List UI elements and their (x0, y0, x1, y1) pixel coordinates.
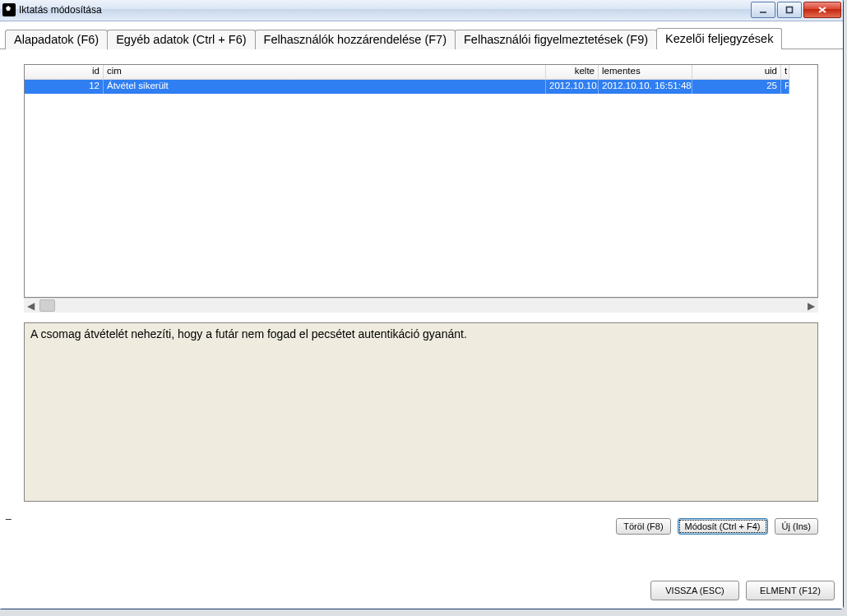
cell-t: F (781, 80, 789, 94)
tab-alapadatok[interactable]: Alapadatok (F6) (5, 30, 108, 49)
note-detail[interactable]: A csomag átvételét nehezíti, hogy a futá… (24, 322, 818, 502)
client-area: Alapadatok (F6) Egyéb adatok (Ctrl + F6)… (0, 21, 843, 609)
minimize-button[interactable] (751, 2, 775, 18)
modify-button[interactable]: Módosít (Ctrl + F4) (678, 518, 768, 535)
grid-body: 12 Átvétel sikerült 2012.10.10. 2012.10.… (25, 80, 817, 297)
cell-lementes: 2012.10.10. 16:51:48 (599, 80, 692, 94)
dash-mark: _ (6, 508, 12, 520)
maximize-icon (785, 6, 794, 14)
app-icon (2, 3, 16, 16)
col-cim[interactable]: cim (104, 65, 546, 80)
row-buttons: Töröl (F8) Módosít (Ctrl + F4) Új (Ins) (24, 518, 818, 535)
tabstrip: Alapadatok (F6) Egyéb adatok (Ctrl + F6)… (0, 21, 843, 49)
notes-grid: id cim kelte lementes uid t 12 Átvétel s… (24, 64, 818, 298)
window-buttons (749, 2, 841, 18)
tab-felhasznaloi-figyelmeztetesek[interactable]: Felhasználói figyelmeztetések (F9) (455, 30, 657, 49)
svg-rect-1 (787, 7, 793, 13)
scroll-left-icon[interactable]: ◀ (24, 299, 38, 313)
col-id[interactable]: id (25, 65, 104, 80)
tab-panel: id cim kelte lementes uid t 12 Átvétel s… (0, 49, 843, 609)
grid-hscrollbar[interactable]: ◀ ▶ (24, 298, 818, 313)
col-kelte[interactable]: kelte (546, 65, 599, 80)
scroll-thumb[interactable] (39, 299, 55, 312)
titlebar: Iktatás módosítása (0, 0, 843, 21)
save-button[interactable]: ELMENT (F12) (746, 581, 835, 600)
dialog-buttons: VISSZA (ESC) ELMENT (F12) (650, 581, 835, 600)
table-row[interactable]: 12 Átvétel sikerült 2012.10.10. 2012.10.… (25, 80, 817, 94)
delete-button[interactable]: Töröl (F8) (616, 518, 670, 535)
col-t[interactable]: t (781, 65, 789, 80)
cell-cim: Átvétel sikerült (104, 80, 546, 94)
tab-felhasznalok-hozzarendelese[interactable]: Felhasználók hozzárendelése (F7) (255, 30, 456, 49)
tab-kezelo-feljegyzesek[interactable]: Kezelői feljegyzések (656, 28, 782, 49)
window-title: Iktatás módosítása (19, 4, 102, 16)
cell-uid: 25 (692, 80, 781, 94)
col-uid[interactable]: uid (692, 65, 781, 80)
grid-header: id cim kelte lementes uid t (25, 65, 817, 80)
minimize-icon (759, 6, 767, 14)
app-window: Iktatás módosítása Alapadatok (F6) Egyéb… (0, 0, 844, 609)
tab-egyeb-adatok[interactable]: Egyéb adatok (Ctrl + F6) (107, 30, 255, 49)
scroll-right-icon[interactable]: ▶ (804, 299, 818, 313)
back-button[interactable]: VISSZA (ESC) (650, 581, 739, 600)
col-lementes[interactable]: lementes (599, 65, 692, 80)
maximize-button[interactable] (777, 2, 802, 18)
close-icon (817, 6, 827, 14)
new-button[interactable]: Új (Ins) (775, 518, 818, 535)
cell-kelte: 2012.10.10. (546, 80, 599, 94)
close-button[interactable] (803, 2, 841, 18)
cell-id: 12 (25, 80, 104, 94)
